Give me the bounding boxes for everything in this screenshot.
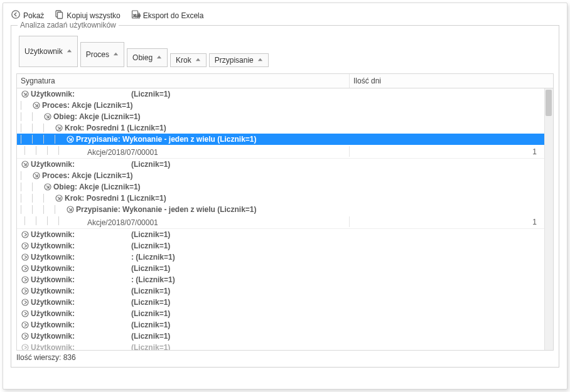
collapsed-icon[interactable] (21, 309, 30, 318)
pill-obieg[interactable]: Obieg (127, 48, 168, 67)
group-counter: (Licznik=1) (131, 90, 170, 98)
group-row[interactable]: Użytkownik:(Licznik=1) (17, 331, 544, 342)
expanded-icon[interactable] (66, 205, 75, 214)
group-counter: (Licznik=1) (131, 343, 170, 350)
group-row[interactable]: Proces: Akcje (Licznik=1) (17, 100, 544, 111)
collapsed-icon[interactable] (21, 287, 30, 295)
expanded-icon[interactable] (66, 135, 75, 144)
group-counter: (Licznik=1) (131, 287, 170, 295)
group-row[interactable]: Użytkownik:(Licznik=1) (17, 319, 544, 331)
expanded-icon[interactable] (32, 101, 41, 110)
pill-proces[interactable]: Proces (80, 42, 124, 67)
excel-export-icon: XLSX (131, 9, 141, 21)
expanded-icon[interactable] (21, 90, 30, 98)
data-row[interactable]: Akcje/2018/07/000011 (17, 145, 544, 159)
group-row[interactable]: Użytkownik:(Licznik=1) (17, 285, 544, 297)
row-count-label: Ilość wierszy: (16, 353, 61, 362)
pill-krok[interactable]: Krok (170, 53, 207, 67)
group-counter: (Licznik=1) (131, 309, 170, 318)
group-row[interactable]: Użytkownik:(Licznik=1) (17, 240, 544, 252)
collapsed-icon[interactable] (21, 320, 30, 329)
vertical-scrollbar[interactable] (544, 88, 553, 350)
dimension-pills: Użytkownik Proces Obieg Krok Przypisanie (19, 36, 554, 67)
group-row[interactable]: Użytkownik:(Licznik=1) (17, 88, 544, 100)
svg-rect-2 (58, 13, 63, 19)
export-excel-label: Eksport do Excela (143, 11, 204, 20)
window: Pokaż Kopiuj wszystko XLSX Eksport do Ex… (3, 3, 567, 389)
collapsed-icon[interactable] (21, 298, 30, 307)
group-counter: (Licznik=1) (131, 264, 170, 273)
scroll-thumb[interactable] (546, 90, 552, 116)
collapsed-icon[interactable] (21, 230, 30, 239)
group-counter: (Licznik=1) (131, 160, 170, 169)
group-row[interactable]: Krok: Posredni 1 (Licznik=1) (17, 193, 544, 204)
group-row[interactable]: Użytkownik:: (Licznik=1) (17, 274, 544, 285)
pill-label: Użytkownik (24, 47, 63, 56)
collapsed-icon[interactable] (21, 241, 30, 250)
group-label: Użytkownik: (31, 230, 75, 239)
group-label: Użytkownik: (31, 253, 75, 262)
footer: Ilość wierszy: 836 (16, 351, 554, 362)
collapsed-icon[interactable] (21, 253, 30, 262)
group-row[interactable]: Użytkownik:(Licznik=1) (17, 297, 544, 308)
collapsed-icon[interactable] (21, 275, 30, 284)
col-header-signature[interactable]: Sygnatura (17, 74, 350, 88)
arrow-left-circle-icon (11, 9, 21, 21)
group-label: Użytkownik: (31, 320, 75, 329)
fieldset-legend: Analiza zadań użytkowników (18, 21, 119, 29)
expanded-icon[interactable] (55, 194, 63, 203)
svg-text:XLSX: XLSX (133, 14, 141, 18)
group-row[interactable]: Obieg: Akcje (Licznik=1) (17, 181, 544, 193)
group-counter: (Licznik=1) (131, 332, 170, 341)
pill-label: Obieg (132, 53, 153, 62)
sort-asc-icon (156, 53, 162, 62)
group-label: Użytkownik: (31, 298, 75, 307)
group-label: Proces: Akcje (Licznik=1) (42, 171, 133, 180)
sort-asc-icon (257, 56, 263, 65)
expanded-icon[interactable] (43, 112, 52, 121)
collapsed-icon[interactable] (21, 343, 30, 350)
sort-asc-icon (113, 50, 119, 59)
sort-asc-icon (195, 56, 201, 65)
group-row[interactable]: Przypisanie: Wykonanie - jeden z wielu (… (17, 204, 544, 215)
expanded-icon[interactable] (43, 183, 52, 191)
group-label: Użytkownik: (31, 332, 75, 341)
collapsed-icon[interactable] (21, 332, 30, 341)
show-button[interactable]: Pokaż (11, 9, 44, 21)
group-row[interactable]: Proces: Akcje (Licznik=1) (17, 170, 544, 181)
group-row[interactable]: Krok: Posredni 1 (Licznik=1) (17, 122, 544, 134)
pill-uzytkownik[interactable]: Użytkownik (19, 36, 78, 67)
svg-point-0 (12, 11, 19, 18)
pill-label: Krok (176, 56, 191, 65)
group-counter: (Licznik=1) (131, 320, 170, 329)
group-label: Proces: Akcje (Licznik=1) (42, 101, 133, 110)
grid-body: Użytkownik:(Licznik=1)Proces: Akcje (Lic… (17, 88, 553, 350)
copy-icon (54, 9, 64, 21)
copy-all-button[interactable]: Kopiuj wszystko (54, 9, 120, 21)
group-row[interactable]: Użytkownik:(Licznik=1) (17, 229, 544, 240)
group-row[interactable]: Obieg: Akcje (Licznik=1) (17, 111, 544, 122)
svg-point-25 (22, 344, 28, 350)
group-row[interactable]: Użytkownik:(Licznik=1) (17, 308, 544, 319)
group-row[interactable]: Przypisanie: Wykonanie - jeden z wielu (… (17, 134, 544, 145)
col-header-days[interactable]: Ilość dni (350, 74, 553, 88)
group-row[interactable]: Użytkownik:(Licznik=1) (17, 263, 544, 274)
group-label: Obieg: Akcje (Licznik=1) (53, 183, 141, 191)
export-excel-button[interactable]: XLSX Eksport do Excela (131, 9, 204, 21)
group-row[interactable]: Użytkownik:: (Licznik=1) (17, 252, 544, 263)
group-label: Użytkownik: (31, 343, 75, 350)
collapsed-icon[interactable] (21, 264, 30, 273)
pill-przypisanie[interactable]: Przypisanie (209, 53, 269, 67)
group-counter: (Licznik=1) (131, 241, 170, 250)
group-counter: : (Licznik=1) (131, 253, 175, 262)
group-row[interactable]: Użytkownik:(Licznik=1) (17, 342, 544, 350)
expanded-icon[interactable] (32, 171, 41, 180)
rows-container: Użytkownik:(Licznik=1)Proces: Akcje (Lic… (17, 88, 544, 350)
expanded-icon[interactable] (55, 124, 63, 132)
expanded-icon[interactable] (21, 160, 30, 169)
group-label: Użytkownik: (31, 275, 75, 284)
group-label: Użytkownik: (31, 264, 75, 273)
group-label: Obieg: Akcje (Licznik=1) (53, 112, 141, 121)
data-row[interactable]: Akcje/2018/07/000011 (17, 215, 544, 229)
group-row[interactable]: Użytkownik:(Licznik=1) (17, 159, 544, 170)
